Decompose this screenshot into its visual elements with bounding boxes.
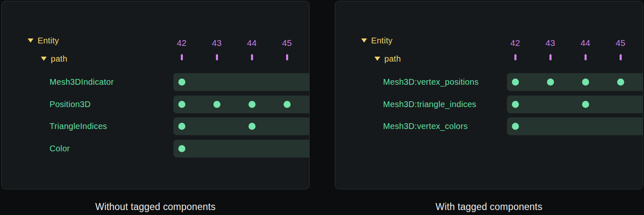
event-dot-icon xyxy=(249,123,256,130)
event-dot-icon xyxy=(617,79,624,86)
component-label[interactable]: Mesh3D:triangle_indices xyxy=(383,96,476,113)
component-label[interactable]: Mesh3DIndicator xyxy=(50,73,114,91)
event-dot-icon xyxy=(512,79,519,86)
component-label[interactable]: Color xyxy=(50,140,70,158)
component-timeline-bar[interactable] xyxy=(507,117,643,135)
event-dot-icon xyxy=(178,145,185,152)
event-dot-icon xyxy=(178,79,185,86)
component-label[interactable]: Mesh3D:vertex_colors xyxy=(383,117,468,135)
event-dot-icon xyxy=(582,101,589,108)
event-dot-icon xyxy=(213,101,220,108)
event-dot-icon xyxy=(249,101,256,108)
event-dot-icon xyxy=(512,101,519,108)
component-label[interactable]: Position3D xyxy=(50,96,91,113)
component-timeline-bar[interactable] xyxy=(507,96,643,113)
panel-with-tagged-components: Entity path 42434445 Mesh3D:vertex_posit… xyxy=(335,1,643,189)
component-label[interactable]: Mesh3D:vertex_positions xyxy=(383,73,478,91)
component-label[interactable]: TriangleIndices xyxy=(50,117,107,135)
component-timeline-bar[interactable] xyxy=(173,140,309,158)
event-dot-icon xyxy=(512,123,519,130)
figure-comparison: Entity path 42434445 Mesh3DIndicatorPosi… xyxy=(0,0,644,215)
component-timeline-bar[interactable] xyxy=(173,73,309,91)
caption-with-tagged: With tagged components xyxy=(335,201,643,213)
event-dot-icon xyxy=(582,79,589,86)
event-dot-icon xyxy=(178,101,185,108)
event-dot-icon xyxy=(284,101,291,108)
event-dot-icon xyxy=(178,123,185,130)
component-rows: Mesh3DIndicatorPosition3DTriangleIndices… xyxy=(2,1,309,189)
event-dot-icon xyxy=(547,79,554,86)
panel-without-tagged-components: Entity path 42434445 Mesh3DIndicatorPosi… xyxy=(1,1,310,189)
component-rows: Mesh3D:vertex_positionsMesh3D:triangle_i… xyxy=(335,1,643,189)
component-timeline-bar[interactable] xyxy=(507,73,643,91)
component-timeline-bar[interactable] xyxy=(173,117,309,135)
caption-without-tagged: Without tagged components xyxy=(1,201,310,213)
component-timeline-bar[interactable] xyxy=(173,96,309,113)
